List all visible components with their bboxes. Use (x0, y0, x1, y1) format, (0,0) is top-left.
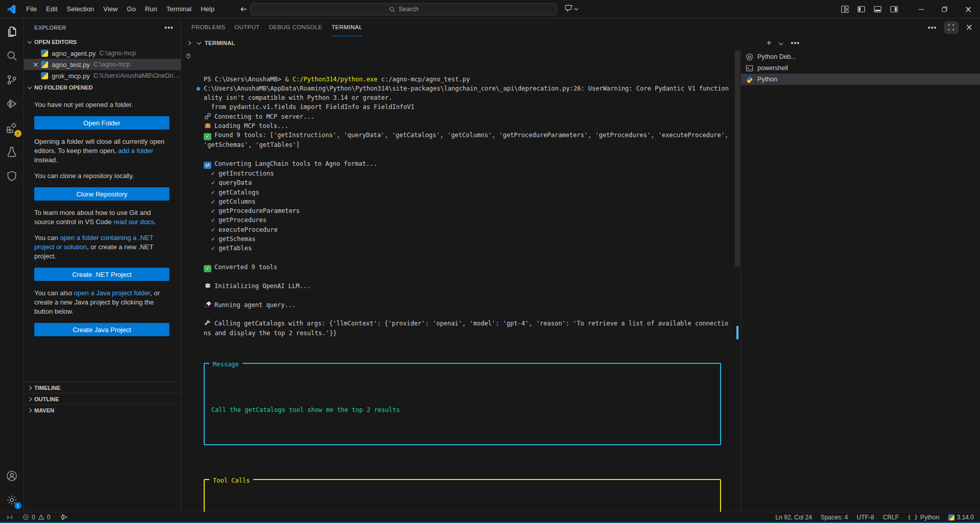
menu-go[interactable]: Go (122, 3, 140, 15)
plug-icon[interactable] (185, 53, 192, 61)
chevron-down-icon[interactable] (197, 40, 201, 45)
status-spaces-4[interactable]: Spaces: 4 (821, 514, 848, 521)
terminal-profile-dropdown-icon[interactable] (779, 41, 783, 45)
remote-indicator[interactable] (0, 512, 19, 522)
menu-view[interactable]: View (99, 3, 122, 15)
package-icon (204, 122, 211, 129)
editor-file-path: C:\agno-mcp (93, 61, 181, 68)
warning-count: 0 (47, 514, 51, 521)
sidebar-item-search[interactable] (0, 43, 24, 68)
search-input[interactable]: Search (250, 3, 557, 15)
problems-status[interactable]: 0 0 (23, 514, 50, 521)
close-panel-icon[interactable]: × (966, 23, 973, 32)
terminal-line: ✓ getInstructions (204, 169, 730, 178)
section-outline[interactable]: OUTLINE (24, 393, 181, 404)
remote-icon (6, 514, 13, 521)
files-icon (6, 26, 17, 37)
create-java-project-button[interactable]: Create Java Project (34, 323, 169, 336)
settings-button[interactable]: 1 (0, 488, 24, 512)
tab-terminal[interactable]: TERMINAL (332, 18, 363, 36)
sidebar-link[interactable]: add a folder (118, 147, 154, 155)
terminal-line: Connecting to MCP server... (204, 112, 730, 121)
shell-icon (746, 64, 753, 72)
debug-status[interactable] (60, 513, 68, 521)
no-folder-header[interactable]: NO FOLDER OPENED (24, 82, 181, 93)
sidebar-paragraph: You can open a folder containing a .NET … (34, 233, 169, 261)
terminal-tab-python-deb-[interactable]: Python Deb... (741, 51, 980, 62)
explorer-more-actions-icon[interactable]: ••• (164, 24, 173, 32)
customize-layout-icon[interactable] (841, 5, 849, 13)
chevron-down-icon (28, 39, 32, 43)
panel-more-actions-icon[interactable]: ••• (928, 24, 937, 32)
create-dotnet-project-button[interactable]: Create .NET Project (34, 268, 169, 281)
sidebar-item-source-control[interactable] (0, 68, 24, 92)
toggle-primary-sidebar-icon[interactable] (857, 5, 865, 13)
section-maven[interactable]: MAVEN (24, 404, 181, 416)
chevron-right-icon (28, 385, 32, 389)
rocket-icon (204, 301, 211, 308)
accounts-button[interactable] (0, 464, 24, 488)
toggle-secondary-sidebar-icon[interactable] (890, 5, 898, 13)
sidebar-item-extensions[interactable]: ! (0, 116, 24, 140)
sidebar-item-testing[interactable] (0, 140, 24, 164)
terminal-line: ⇄Converting LangChain tools to Agno form… (204, 159, 730, 169)
terminal-output[interactable]: PS C:\Users\AnushaMB> & C:/Python314/pyt… (181, 50, 734, 512)
menu-terminal[interactable]: Terminal (162, 3, 196, 15)
chevron-right-icon (28, 408, 32, 412)
status-crlf[interactable]: CRLF (883, 514, 899, 521)
new-terminal-icon[interactable]: + (767, 38, 771, 48)
scrollbar-thumb[interactable] (735, 51, 740, 267)
tab-output[interactable]: OUTPUT (234, 18, 259, 36)
tab-problems[interactable]: PROBLEMS (191, 18, 225, 36)
status-3.14.0[interactable]: 3.14.0 (948, 514, 974, 521)
open-editor-row[interactable]: agno_agent.pyC:\agno-mcp (24, 48, 181, 59)
section-timeline[interactable]: TIMELINE (24, 382, 181, 393)
sidebar-link[interactable]: open a Java project folder (74, 289, 150, 297)
vscode-logo-icon (6, 4, 16, 14)
status-ln-92-col-24[interactable]: Ln 92, Col 24 (775, 514, 812, 521)
status-utf-8[interactable]: UTF-8 (857, 514, 874, 521)
terminal-more-actions-icon[interactable]: ••• (791, 39, 800, 47)
open-editors-list: agno_agent.pyC:\agno-mcp×agno_test.pyC:\… (24, 48, 181, 81)
python-icon (746, 76, 753, 83)
restore-button[interactable] (933, 0, 956, 18)
back-arrow-icon[interactable] (239, 5, 248, 13)
python-file-icon (41, 50, 48, 57)
wrench-icon (204, 319, 211, 326)
sidebar-link[interactable]: read our docs (114, 218, 155, 226)
tab-debug-console[interactable]: DEBUG CONSOLE (269, 18, 322, 36)
sidebar-item-explorer[interactable] (0, 19, 24, 43)
menu-help[interactable]: Help (196, 3, 219, 15)
status-python[interactable]: { }Python (907, 514, 939, 521)
terminal-scrollbar[interactable] (734, 50, 741, 512)
terminal-tab-python[interactable]: Python (741, 74, 980, 85)
terminal-tab-powershell[interactable]: powershell (741, 62, 980, 74)
sidebar-title: EXPLORER (34, 25, 164, 31)
window-controls: × (841, 0, 980, 18)
message-box-title: Message (209, 360, 243, 369)
warning-icon (38, 514, 45, 520)
close-editor-icon[interactable]: × (30, 60, 41, 69)
open-editor-row[interactable]: grok_mcp.pyC:\Users\AnushaMB\OneDrive ..… (24, 70, 181, 81)
close-window-button[interactable]: × (956, 0, 980, 18)
terminal-line: C:\Users\AnushaMB\AppData\Roaming\Python… (204, 84, 730, 103)
tool-calls-box: Tool Calls • getCatalogs(llmContext={'pr… (204, 479, 721, 512)
open-editors-header[interactable]: OPEN EDITORS (24, 36, 181, 48)
copilot-chat-button[interactable] (564, 4, 578, 12)
minimize-button[interactable] (909, 0, 933, 18)
sidebar-paragraph: You can also open a Java project folder,… (34, 289, 169, 316)
status-bar-right: Ln 92, Col 24Spaces: 4UTF-8CRLF{ }Python… (775, 514, 980, 521)
menu-edit[interactable]: Edit (41, 3, 62, 15)
editor-file-name: agno_test.py (52, 61, 90, 69)
toggle-panel-icon[interactable] (874, 5, 882, 13)
menu-selection[interactable]: Selection (62, 3, 98, 15)
menu-file[interactable]: File (21, 3, 41, 15)
menu-run[interactable]: Run (140, 3, 162, 15)
sidebar-item-run-debug[interactable] (0, 92, 24, 116)
sidebar-item-shield[interactable] (0, 164, 24, 188)
open-editor-row[interactable]: ×agno_test.pyC:\agno-mcp (24, 59, 181, 70)
open-folder-button[interactable]: Open Folder (34, 116, 169, 129)
chevron-right-icon[interactable] (187, 41, 191, 45)
clone-repository-button[interactable]: Clone Repository (34, 187, 169, 201)
maximize-panel-button[interactable] (944, 21, 959, 34)
